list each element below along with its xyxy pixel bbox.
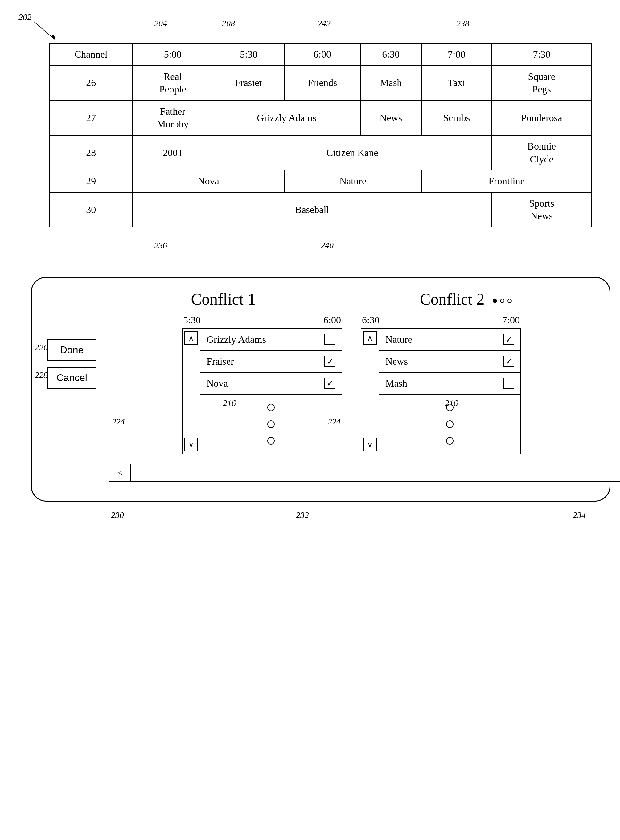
col1-scroll-up[interactable]: ∧ (184, 331, 198, 345)
col2-empty-area (379, 395, 521, 454)
cell-sports-news: SportsNews (492, 192, 591, 227)
col-header-500: 5:00 (132, 44, 213, 66)
checkbox-nature[interactable]: ✓ (503, 334, 514, 345)
cell-mash: Mash (360, 66, 421, 101)
conflict-section: 200 218 Done Cancel 226 228 Conflict 1 C… (31, 277, 611, 502)
col-header-channel: Channel (50, 44, 132, 66)
cell-scrubs: Scrubs (421, 101, 492, 135)
item-label-fraiser: Fraiser (206, 356, 234, 367)
list-item[interactable]: Mash (379, 373, 521, 395)
col1-time-header: 5:30 6:00 (182, 314, 342, 326)
cell-friends: Friends (284, 66, 360, 101)
col2-inner: ∧ ∨ Nature ✓ (361, 328, 521, 454)
scroll-line (370, 376, 370, 385)
empty-dot-2 (267, 421, 275, 428)
checkbox-news[interactable]: ✓ (503, 356, 514, 367)
list-item[interactable]: Grizzly Adams (200, 329, 342, 351)
empty-dot-3 (267, 437, 275, 445)
cancel-button[interactable]: Cancel (47, 367, 96, 389)
svg-line-0 (34, 22, 56, 40)
checkbox-mash[interactable] (503, 378, 514, 389)
epg-section: 204 208 242 238 236 240 Channel 5:00 5:3… (49, 43, 592, 227)
col2-scroll-mid (370, 376, 370, 406)
col2-time-end: 7:00 (502, 314, 520, 326)
col2-scroll-rail: ∧ ∨ (361, 328, 379, 454)
empty-dot-2 (446, 421, 453, 428)
annotation-236: 236 (154, 240, 167, 250)
cell-real-people: RealPeople (132, 66, 213, 101)
scroll-line (191, 387, 191, 395)
annotation-228: 228 (35, 370, 48, 380)
empty-dot-1 (446, 404, 453, 411)
table-row: 27 FatherMurphy Grizzly Adams News Scrub… (50, 101, 591, 135)
annotation-202: 202 (18, 12, 32, 22)
side-buttons: Done Cancel (47, 340, 96, 389)
annotation-226: 226 (35, 343, 48, 352)
col2-scroll-down[interactable]: ∨ (363, 438, 377, 451)
cell-frasier: Frasier (213, 66, 284, 101)
conflict1-column: 5:30 6:00 ∧ ∨ (182, 314, 342, 454)
col1-scroll-down[interactable]: ∨ (184, 438, 198, 451)
dot-filled (493, 299, 497, 303)
col1-empty-area (200, 395, 342, 454)
col2-time-start: 6:30 (362, 314, 379, 326)
channel-27: 27 (50, 101, 132, 135)
cell-citizen-kane: Citizen Kane (213, 135, 492, 170)
col-header-700: 7:00 (421, 44, 492, 66)
svg-marker-1 (51, 35, 56, 40)
list-item[interactable]: Nova ✓ (200, 373, 342, 395)
checkbox-grizzly[interactable] (324, 334, 336, 345)
col-header-530: 5:30 (213, 44, 284, 66)
col2-items-list: Nature ✓ News ✓ Mash (379, 328, 521, 454)
horizontal-scrollbar: < > (109, 464, 620, 482)
cell-frontline: Frontline (421, 170, 591, 192)
cell-bonnie-clyde: BonnieClyde (492, 135, 591, 170)
checkbox-nova[interactable]: ✓ (324, 378, 336, 389)
cell-nova: Nova (132, 170, 284, 192)
col2-scroll-up[interactable]: ∧ (363, 331, 377, 345)
conflict2-column: 6:30 7:00 ∧ ∨ (361, 314, 521, 454)
col-header-630: 6:30 (360, 44, 421, 66)
empty-dot-3 (446, 437, 453, 445)
cell-2001: 2001 (132, 135, 213, 170)
col1-time-end: 6:00 (324, 314, 341, 326)
table-row: 28 2001 Citizen Kane BonnieClyde (50, 135, 591, 170)
cell-square-pegs: SquarePegs (492, 66, 591, 101)
table-row: 26 RealPeople Frasier Friends Mash Taxi … (50, 66, 591, 101)
annotation-242: 242 (318, 18, 331, 29)
col1-time-start: 5:30 (183, 314, 201, 326)
table-row: 30 Baseball SportsNews (50, 192, 591, 227)
scroll-line (191, 397, 191, 406)
scroll-line (370, 387, 370, 395)
cell-news: News (360, 101, 421, 135)
col1-scroll-mid (191, 376, 191, 406)
cell-ponderosa: Ponderosa (492, 101, 591, 135)
conflict-box: Done Cancel 226 228 Conflict 1 Conflict … (31, 277, 611, 502)
annotation-208: 208 (222, 18, 235, 29)
channel-29: 29 (50, 170, 132, 192)
cell-father-murphy: FatherMurphy (132, 101, 213, 135)
epg-table: Channel 5:00 5:30 6:00 6:30 7:00 7:30 26… (49, 43, 592, 227)
item-label-nova: Nova (206, 378, 228, 389)
scroll-left-button[interactable]: < (110, 464, 131, 481)
checkbox-fraiser[interactable]: ✓ (324, 356, 336, 367)
annotation-204: 204 (154, 18, 167, 29)
done-button[interactable]: Done (47, 340, 96, 361)
annotation-238: 238 (456, 18, 469, 29)
col1-items-list: Grizzly Adams Fraiser ✓ Nova ✓ (200, 328, 342, 454)
col-header-600: 6:00 (284, 44, 360, 66)
channel-28: 28 (50, 135, 132, 170)
item-label-news: News (385, 356, 408, 367)
list-item[interactable]: News ✓ (379, 351, 521, 373)
list-item[interactable]: Fraiser ✓ (200, 351, 342, 373)
cell-baseball: Baseball (132, 192, 492, 227)
scroll-line (191, 376, 191, 385)
annotation-234: 234 (573, 510, 586, 520)
annotation-230: 230 (111, 510, 124, 520)
list-item[interactable]: Nature ✓ (379, 329, 521, 351)
scroll-track[interactable] (131, 464, 620, 481)
cell-nature: Nature (284, 170, 421, 192)
cell-grizzly-adams: Grizzly Adams (213, 101, 360, 135)
empty-dot-1 (267, 404, 275, 411)
dot-empty-2 (507, 299, 512, 303)
